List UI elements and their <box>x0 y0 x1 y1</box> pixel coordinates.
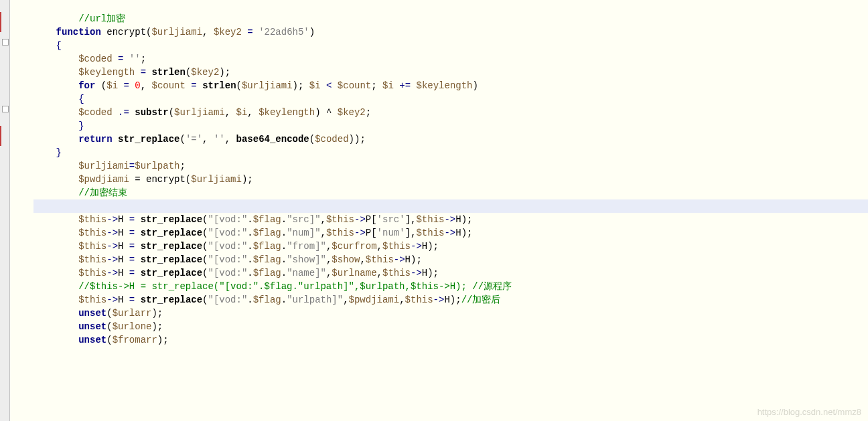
code-line: unset($fromarr); <box>33 333 868 347</box>
code-line: { <box>33 39 868 52</box>
watermark: https://blog.csdn.net/mmz8 <box>757 407 861 417</box>
code-line: $this->H = str_replace("[vod:".$flag."na… <box>33 266 868 280</box>
code-area[interactable]: //url加密 function encrypt($urljiami, $key… <box>9 0 868 347</box>
code-line: } <box>33 119 868 133</box>
code-line: $urljiami=$urlpath; <box>33 159 868 173</box>
code-line: //$this->H = str_replace("[vod:".$flag."… <box>33 280 868 293</box>
fold-icon[interactable] <box>2 39 9 46</box>
code-line: $keylength = strlen($key2); <box>33 66 868 79</box>
code-line: unset($urlarr); <box>33 307 868 320</box>
code-line: //url加密 <box>33 12 868 25</box>
editor-gutter <box>0 0 10 421</box>
code-line: $coded = ''; <box>33 52 868 66</box>
change-marker <box>0 12 1 32</box>
code-line: } <box>33 146 868 159</box>
code-line: $this->H = str_replace("[vod:".$flag."nu… <box>33 226 868 240</box>
code-line: function encrypt($urljiami, $key2 = '22a… <box>33 25 868 39</box>
fold-icon[interactable] <box>2 106 9 112</box>
code-line: //加密结束 <box>33 186 868 199</box>
code-editor[interactable]: //url加密 function encrypt($urljiami, $key… <box>0 0 868 421</box>
code-line: unset($urlone); <box>33 320 868 333</box>
code-line: $this->H = str_replace("[vod:".$flag."ur… <box>33 293 868 307</box>
code-line: for ($i = 0, $count = strlen($urljiami);… <box>33 79 868 92</box>
code-line-highlighted <box>33 199 868 213</box>
code-line: $this->H = str_replace("[vod:".$flag."sr… <box>33 213 868 226</box>
change-marker <box>0 126 1 146</box>
code-line: $this->H = str_replace("[vod:".$flag."sh… <box>33 253 868 266</box>
code-line: return str_replace('=', '', base64_encod… <box>33 133 868 146</box>
code-line: { <box>33 92 868 106</box>
code-line: $pwdjiami = encrypt($urljiami); <box>33 173 868 186</box>
code-line: $coded .= substr($urljiami, $i, $keyleng… <box>33 106 868 119</box>
code-line: $this->H = str_replace("[vod:".$flag."fr… <box>33 240 868 253</box>
